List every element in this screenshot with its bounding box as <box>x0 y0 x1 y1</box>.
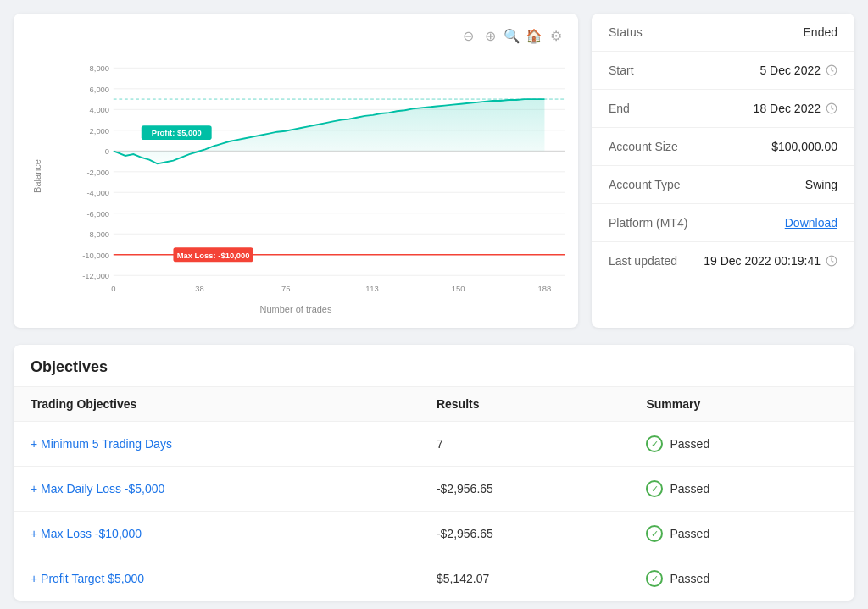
platform-row: Platform (MT4) Download <box>592 204 854 242</box>
svg-text:150: 150 <box>452 284 465 293</box>
table-row: + Max Loss -$10,000-$2,956.65 ✓ Passed <box>14 512 854 556</box>
objective-cell: + Max Loss -$10,000 <box>14 512 420 556</box>
zoom-out-icon[interactable]: ⊖ <box>459 27 476 44</box>
table-row: + Max Daily Loss -$5,000-$2,956.65 ✓ Pas… <box>14 467 854 512</box>
clock-icon <box>826 102 837 114</box>
objectives-table: Trading Objectives Results Summary + Min… <box>14 386 854 601</box>
svg-text:75: 75 <box>281 284 290 293</box>
y-axis-label: Balance <box>32 159 42 193</box>
start-row: Start 5 Dec 2022 <box>592 52 854 90</box>
result-cell: 7 <box>420 422 630 467</box>
clock-icon <box>826 64 837 76</box>
summary-cell: ✓ Passed <box>629 512 854 556</box>
check-icon: ✓ <box>646 525 663 542</box>
summary-text: Passed <box>670 527 709 540</box>
svg-text:Max Loss: -$10,000: Max Loss: -$10,000 <box>177 251 250 260</box>
account-type-value: Swing <box>805 178 837 191</box>
start-label: Start <box>609 64 634 77</box>
top-section: ⊖ ⊕ 🔍 🏠 ⚙ Balance <box>14 14 854 328</box>
svg-text:4,000: 4,000 <box>90 105 110 114</box>
objectives-section: Objectives Trading Objectives Results Su… <box>14 345 854 601</box>
col-header-summary: Summary <box>629 387 854 422</box>
search-icon[interactable]: 🔍 <box>504 27 520 44</box>
svg-text:6,000: 6,000 <box>90 85 110 94</box>
svg-text:188: 188 <box>538 284 552 293</box>
settings-icon[interactable]: ⚙ <box>548 27 565 44</box>
svg-text:-10,000: -10,000 <box>82 251 109 260</box>
objective-link[interactable]: + Profit Target $5,000 <box>31 572 144 585</box>
objective-cell: + Minimum 5 Trading Days <box>14 422 420 467</box>
svg-text:-12,000: -12,000 <box>82 271 109 280</box>
svg-text:113: 113 <box>365 284 379 293</box>
account-size-label: Account Size <box>609 140 678 153</box>
svg-text:38: 38 <box>195 284 203 293</box>
page-wrapper: ⊖ ⊕ 🔍 🏠 ⚙ Balance <box>0 0 868 609</box>
end-row: End 18 Dec 2022 <box>592 90 854 128</box>
account-size-value: $100,000.00 <box>771 140 837 153</box>
chart-toolbar: ⊖ ⊕ 🔍 🏠 ⚙ <box>27 27 565 44</box>
objectives-title: Objectives <box>14 345 854 386</box>
objective-link[interactable]: + Max Loss -$10,000 <box>31 527 142 540</box>
summary-cell: ✓ Passed <box>629 467 854 512</box>
home-icon[interactable]: 🏠 <box>526 27 542 44</box>
svg-text:-4,000: -4,000 <box>86 188 109 197</box>
result-cell: $5,142.07 <box>420 556 630 601</box>
last-updated-label: Last updated <box>609 254 677 268</box>
zoom-in-icon[interactable]: ⊕ <box>481 27 498 44</box>
objective-cell: + Profit Target $5,000 <box>14 556 420 601</box>
chart-panel: ⊖ ⊕ 🔍 🏠 ⚙ Balance <box>14 14 578 328</box>
svg-text:-6,000: -6,000 <box>86 209 109 219</box>
end-value: 18 Dec 2022 <box>754 102 837 115</box>
summary-cell: ✓ Passed <box>629 556 854 601</box>
last-updated-value: 19 Dec 2022 00:19:41 <box>704 254 837 268</box>
chart-svg: 8,000 6,000 4,000 2,000 0 -2,000 -4,000 … <box>70 51 565 301</box>
table-row: + Minimum 5 Trading Days7 ✓ Passed <box>14 422 854 467</box>
svg-text:-2,000: -2,000 <box>86 168 109 177</box>
status-row: Status Ended <box>592 14 854 52</box>
summary-text: Passed <box>670 482 709 496</box>
table-row: + Profit Target $5,000$5,142.07 ✓ Passed <box>14 556 854 601</box>
summary-text: Passed <box>670 437 709 451</box>
svg-text:2,000: 2,000 <box>90 126 110 136</box>
platform-label: Platform (MT4) <box>609 216 687 230</box>
platform-value: Download <box>785 216 837 230</box>
col-header-objectives: Trading Objectives <box>14 387 420 422</box>
svg-text:8,000: 8,000 <box>90 64 110 73</box>
result-cell: -$2,956.65 <box>420 512 630 556</box>
status-value: Ended <box>804 25 837 39</box>
check-icon: ✓ <box>646 480 663 497</box>
x-axis-label: Number of trades <box>27 304 565 314</box>
summary-cell: ✓ Passed <box>629 422 854 467</box>
svg-text:-8,000: -8,000 <box>86 230 109 239</box>
svg-text:0: 0 <box>105 147 109 156</box>
check-icon: ✓ <box>646 435 663 452</box>
account-type-label: Account Type <box>609 178 681 191</box>
clock-icon <box>826 255 837 267</box>
svg-text:Profit: $5,000: Profit: $5,000 <box>152 128 202 137</box>
objective-link[interactable]: + Minimum 5 Trading Days <box>31 437 172 451</box>
status-label: Status <box>609 25 643 39</box>
last-updated-row: Last updated 19 Dec 2022 00:19:41 <box>592 242 854 280</box>
col-header-results: Results <box>420 387 630 422</box>
svg-text:0: 0 <box>111 284 115 293</box>
summary-text: Passed <box>670 572 709 585</box>
check-icon: ✓ <box>646 570 663 587</box>
start-value: 5 Dec 2022 <box>760 64 837 77</box>
result-cell: -$2,956.65 <box>420 467 630 512</box>
download-link[interactable]: Download <box>785 216 837 230</box>
objective-link[interactable]: + Max Daily Loss -$5,000 <box>31 482 164 496</box>
account-size-row: Account Size $100,000.00 <box>592 128 854 166</box>
info-panel: Status Ended Start 5 Dec 2022 End 18 Dec… <box>592 14 854 328</box>
end-label: End <box>609 102 630 115</box>
table-header-row: Trading Objectives Results Summary <box>14 387 854 422</box>
objective-cell: + Max Daily Loss -$5,000 <box>14 467 420 512</box>
account-type-row: Account Type Swing <box>592 166 854 204</box>
